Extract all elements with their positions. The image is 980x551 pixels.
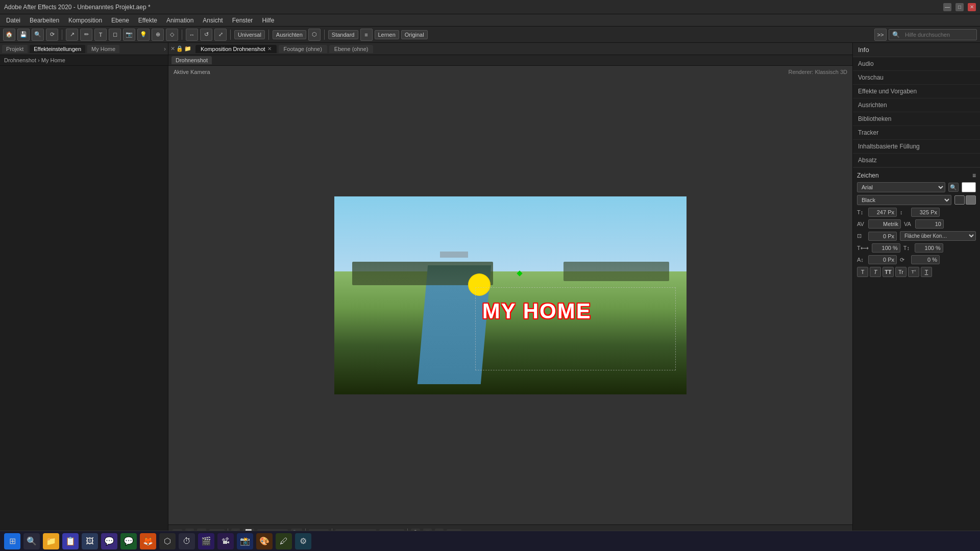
taskbar-ae[interactable]: 🎬 bbox=[198, 533, 214, 549]
tab-projekt[interactable]: Projekt bbox=[2, 45, 28, 53]
taskbar-windows[interactable]: ⊞ bbox=[4, 533, 20, 549]
menu-ebene[interactable]: Ebene bbox=[107, 16, 133, 25]
comp-tab-close[interactable]: ✕ bbox=[267, 46, 272, 52]
help-search-input[interactable] bbox=[902, 31, 973, 39]
indent-type-select[interactable]: Fläche über Kon… bbox=[900, 231, 976, 241]
tab-my-home[interactable]: My Home bbox=[87, 45, 119, 53]
tool-text[interactable]: T bbox=[94, 29, 107, 41]
menu-hilfe[interactable]: Hilfe bbox=[258, 16, 278, 25]
taskbar-store[interactable]: 📋 bbox=[62, 533, 79, 549]
section-ausrichten[interactable]: Ausrichten bbox=[853, 98, 980, 112]
tool-pen[interactable]: ✏ bbox=[80, 29, 92, 41]
tool-rotate[interactable]: ↺ bbox=[200, 29, 212, 41]
font-search-btn[interactable]: 🔍 bbox=[948, 183, 959, 192]
menu-bar: Datei Bearbeiten Komposition Ebene Effek… bbox=[0, 14, 980, 27]
section-audio[interactable]: Audio bbox=[853, 57, 980, 71]
baseline-input[interactable] bbox=[868, 255, 897, 264]
drohnenshot-subtab[interactable]: Drohnenshot bbox=[172, 56, 212, 64]
taskbar-search[interactable]: 🔍 bbox=[23, 533, 40, 549]
taskbar-firefox[interactable]: 🦊 bbox=[140, 533, 156, 549]
tool-select[interactable]: ↗ bbox=[66, 29, 78, 41]
indent-input[interactable] bbox=[868, 232, 897, 241]
format-smallcaps[interactable]: Tr bbox=[895, 267, 906, 277]
section-bibliotheken[interactable]: Bibliotheken bbox=[853, 112, 980, 126]
menu-bearbeiten[interactable]: Bearbeiten bbox=[26, 16, 63, 25]
tab-layer[interactable]: Ebene (ohne) bbox=[329, 45, 374, 53]
tool-mask[interactable]: ◇ bbox=[166, 29, 178, 41]
tab-footage[interactable]: Footage (ohne) bbox=[279, 45, 327, 53]
tool-menu[interactable]: ≡ bbox=[360, 29, 373, 41]
taskbar-pr[interactable]: 📽 bbox=[217, 533, 234, 549]
char-panel-menu[interactable]: ≡ bbox=[972, 172, 976, 179]
section-effekte[interactable]: Effekte und Vorgaben bbox=[853, 85, 980, 98]
kerning-input[interactable] bbox=[868, 219, 901, 229]
fill-swatch-2[interactable] bbox=[966, 195, 976, 205]
minimize-btn[interactable]: — bbox=[943, 3, 951, 11]
comp-close-btn[interactable]: ✕ bbox=[170, 45, 175, 52]
taskbar-ps[interactable]: 📸 bbox=[237, 533, 253, 549]
tool-scale[interactable]: ⤢ bbox=[214, 29, 227, 41]
menu-datei[interactable]: Datei bbox=[2, 16, 24, 25]
close-btn[interactable]: ✕ bbox=[968, 3, 976, 11]
taskbar-me[interactable]: ⚙ bbox=[295, 533, 311, 549]
menu-ansicht[interactable]: Ansicht bbox=[199, 16, 227, 25]
format-super[interactable]: T° bbox=[908, 267, 919, 277]
section-vorschau[interactable]: Vorschau bbox=[853, 71, 980, 85]
line-height-input[interactable] bbox=[911, 208, 940, 217]
tool-home[interactable]: 🏠 bbox=[3, 29, 15, 41]
taskbar-icon8[interactable]: ⬡ bbox=[159, 533, 176, 549]
format-allcaps[interactable]: TT bbox=[883, 267, 894, 277]
taskbar-whatsapp[interactable]: 💬 bbox=[120, 533, 137, 549]
tsumi-input[interactable] bbox=[911, 255, 940, 264]
tool-move[interactable]: ↔ bbox=[186, 29, 198, 41]
font-family-select[interactable]: Arial bbox=[857, 182, 945, 192]
ausrichten-btn[interactable]: Ausrichten bbox=[273, 30, 306, 39]
format-italic[interactable]: T bbox=[870, 267, 881, 277]
section-absatz[interactable]: Absatz bbox=[853, 154, 980, 167]
tracking-input[interactable] bbox=[915, 219, 944, 229]
format-bold[interactable]: T bbox=[857, 267, 868, 277]
taskbar-photos[interactable]: 🖼 bbox=[82, 533, 98, 549]
lernen-btn[interactable]: Lernen bbox=[375, 30, 399, 39]
vscale-input[interactable] bbox=[915, 243, 943, 253]
panel-tab-arrow[interactable]: › bbox=[164, 45, 166, 53]
tool-search[interactable]: 🔍 bbox=[32, 29, 44, 41]
tool-3d[interactable]: ⬡ bbox=[308, 29, 321, 41]
kerning-row: AV VA bbox=[857, 219, 976, 229]
taskbar-lr[interactable]: 🖊 bbox=[276, 533, 292, 549]
tool-shape[interactable]: ◻ bbox=[109, 29, 121, 41]
expand-btn[interactable]: >> bbox=[874, 29, 887, 41]
tool-anchor[interactable]: ⊕ bbox=[152, 29, 164, 41]
font-weight-select[interactable]: Black bbox=[857, 195, 951, 205]
format-under[interactable]: T bbox=[921, 267, 932, 277]
taskbar-clock[interactable]: ⏱ bbox=[179, 533, 195, 549]
section-tracker[interactable]: Tracker bbox=[853, 126, 980, 140]
tracking-icon: VA bbox=[904, 221, 912, 227]
scale-row: T⟷ T↕ bbox=[857, 243, 976, 253]
taskbar-ai[interactable]: 🎨 bbox=[256, 533, 273, 549]
menu-effekte[interactable]: Effekte bbox=[134, 16, 161, 25]
menu-komposition[interactable]: Komposition bbox=[64, 16, 106, 25]
section-inhaltsbasierte[interactable]: Inhaltsbasierte Füllung bbox=[853, 140, 980, 154]
standard-btn[interactable]: Standard bbox=[328, 30, 358, 39]
tool-light[interactable]: 💡 bbox=[137, 29, 150, 41]
taskbar-teams[interactable]: 💬 bbox=[101, 533, 117, 549]
char-panel-title: Zeichen bbox=[857, 172, 879, 179]
menu-fenster[interactable]: Fenster bbox=[228, 16, 257, 25]
mode-universal[interactable]: Universal bbox=[234, 30, 265, 39]
menu-animation[interactable]: Animation bbox=[162, 16, 198, 25]
viewport[interactable]: Aktive Kamera Renderer: Klassisch 3D bbox=[168, 66, 852, 524]
original-btn[interactable]: Original bbox=[401, 30, 428, 39]
tool-save[interactable]: 💾 bbox=[17, 29, 30, 41]
hscale-input[interactable] bbox=[872, 243, 900, 253]
tool-camera[interactable]: 📷 bbox=[123, 29, 135, 41]
maximize-btn[interactable]: □ bbox=[955, 3, 964, 11]
comp-tab-drohnenshot[interactable]: Komposition Drohnenshot ✕ bbox=[195, 45, 277, 53]
stroke-color-swatch[interactable] bbox=[954, 195, 965, 205]
tool-undo[interactable]: ⟳ bbox=[46, 29, 58, 41]
font-size-input[interactable] bbox=[868, 208, 897, 217]
taskbar-files[interactable]: 📁 bbox=[43, 533, 59, 549]
indent-row: ⊡ Fläche über Kon… bbox=[857, 231, 976, 241]
tab-effekteinstellungen[interactable]: Effekteinstellungen bbox=[30, 45, 85, 53]
text-color-swatch[interactable] bbox=[962, 182, 976, 192]
